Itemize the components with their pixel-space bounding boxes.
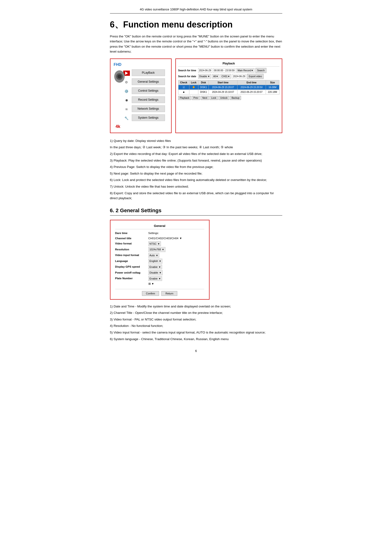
general-buttons: Confirm Return xyxy=(115,289,204,296)
record-settings-btn[interactable]: Record Settings xyxy=(132,97,165,103)
cell-start: 2024-04-29 15:10:07 xyxy=(209,90,237,94)
cell-size: 16.08M xyxy=(266,85,279,90)
cell-check: ☑ xyxy=(178,85,189,90)
cell-end: 2022-06-29 15:20:07 xyxy=(237,90,266,94)
search-date-row: Search for date Disable ▼ All▼ CH01▼ 202… xyxy=(178,74,280,79)
gen-label-videoformat: Video format xyxy=(115,242,148,246)
record-type-dropdown[interactable]: Main Record▼ xyxy=(236,68,255,73)
date-value[interactable]: 2024-06-29 xyxy=(232,74,246,79)
item-1b: In the past three days; ② Last week; ③ I… xyxy=(110,145,282,150)
time-date-input[interactable]: 2024-06-29 xyxy=(198,68,212,73)
cell-end: 2024-06-29 15:20:50 xyxy=(237,85,266,90)
fhd-label: FHD xyxy=(114,62,122,68)
cell-check: ■ xyxy=(178,90,189,94)
chapter-heading: 6、Function menu description xyxy=(110,18,282,31)
playback-title: Playback xyxy=(178,61,280,67)
search-btn[interactable]: Search xyxy=(255,68,266,73)
unlock-button[interactable]: Unlock xyxy=(218,96,229,100)
menu-item-network[interactable]: ≋ Network Settings xyxy=(123,105,168,113)
col-end: End time xyxy=(237,80,266,85)
playback-btn[interactable]: PLayBack xyxy=(132,69,165,76)
gen-row-videoformat: Video format NTSC ▼ xyxy=(115,241,204,246)
item-1: 1) Query by date: Display stored video f… xyxy=(110,138,282,144)
gen-label-resolution: Resolution xyxy=(115,248,148,251)
gen-value-language[interactable]: English ▼ xyxy=(148,259,163,264)
gen-label-datetime: Dare time xyxy=(115,231,148,235)
svg-point-2 xyxy=(118,75,121,78)
s2-item-4: 4) Resolution - No functional function; xyxy=(110,323,282,329)
network-icon: ≋ xyxy=(123,107,130,112)
playback-button[interactable]: Playback xyxy=(178,96,191,100)
control-settings-btn[interactable]: Control Settings xyxy=(132,87,165,94)
col-lock: Lock xyxy=(189,80,198,85)
gen-label-poweroff: Power on/off voltag xyxy=(115,271,148,275)
system-settings-btn[interactable]: System Settings xyxy=(132,114,165,121)
col-size: Size xyxy=(266,80,279,85)
backup-button[interactable]: Backup xyxy=(230,96,241,100)
item-4: 4) Previous Page: Switch to display the … xyxy=(110,164,282,170)
gen-value-gpsspeed[interactable]: Enabie ▼ xyxy=(148,264,162,270)
col-disk: Disk xyxy=(198,80,209,85)
network-settings-btn[interactable]: Network Settings xyxy=(132,105,165,112)
menu-item-general[interactable]: ⚙ General Settings xyxy=(123,78,168,86)
section2-heading: 6. 2 General Settings xyxy=(110,207,282,215)
gen-value-channel[interactable]: CH01/CH02/CH03/CH04 ▼ xyxy=(148,236,182,240)
export-video-btn[interactable]: Export video xyxy=(247,74,264,79)
gen-label-inputformat: Video input format xyxy=(115,253,148,257)
gen-row-resolution: Resolution 1024x768 ▼ xyxy=(115,247,204,252)
general-title: General xyxy=(115,224,204,229)
gen-value-extra[interactable]: ⊞ ▼ xyxy=(148,282,154,286)
chevron-down-icon: ▼ xyxy=(159,277,161,280)
chevron-down-icon: ▼ xyxy=(157,242,160,246)
gen-label-channel: Channel title xyxy=(115,236,148,240)
disable-dropdown[interactable]: Disable ▼ xyxy=(198,74,211,79)
ch-dropdown[interactable]: CH01▼ xyxy=(220,74,231,79)
four-k-label: 4k xyxy=(116,123,168,130)
menu-item-system[interactable]: 🔧 System Settings xyxy=(123,114,168,122)
gen-value-videoformat[interactable]: NTSC ▼ xyxy=(148,241,161,246)
chevron-down-icon: ▼ xyxy=(159,265,161,269)
chevron-down-icon: ▼ xyxy=(159,259,161,263)
gen-value-resolution[interactable]: 1024x768 ▼ xyxy=(148,247,165,252)
gen-value-inputformat[interactable]: Auto ▼ xyxy=(148,253,160,258)
page-header: 4G video surveillance 1080P high-definit… xyxy=(110,7,282,14)
menu-item-record[interactable]: ⏺ Record Settings xyxy=(123,97,168,104)
cell-start: 2024-06-29 15:20:07 xyxy=(209,85,237,90)
orange-dot-icon xyxy=(193,86,195,88)
next-button[interactable]: Next xyxy=(201,96,209,100)
item-2: 2) Export the video recording of that da… xyxy=(110,151,282,157)
table-row[interactable]: ☑ DISK1 2024-06-29 15:20:07 2024-06-29 1… xyxy=(178,85,279,90)
search-date-label: Search for date xyxy=(178,75,197,78)
camera-silhouette xyxy=(113,67,126,84)
chevron-down-icon: ▼ xyxy=(156,254,158,257)
gen-row-datetime: Dare time Settings: xyxy=(115,231,204,235)
cell-lock xyxy=(189,90,198,94)
time-range-input[interactable]: 00:00:00 - 23:59:59 xyxy=(213,68,236,73)
playback-diagram: Playback Search for time 2024-06-29 00:0… xyxy=(175,58,282,133)
s2-item-3: 3) Video format - PAL or NTSC video outp… xyxy=(110,317,282,322)
playback-buttons: Playback Prev Next Lock Unlock Backup xyxy=(178,96,280,100)
gen-row-inputformat: Video input format Auto ▼ xyxy=(115,253,204,258)
all-dropdown[interactable]: All▼ xyxy=(212,74,219,79)
gen-value-platenumber[interactable]: Enabie ▼ xyxy=(148,276,162,281)
search-time-row: Search for time 2024-06-29 00:00:00 - 23… xyxy=(178,68,280,73)
gen-value-poweroff[interactable]: Disable ▼ xyxy=(148,270,163,275)
search-time-label: Search for time xyxy=(178,69,197,72)
gear-icon-control: ⚙️ xyxy=(123,89,130,94)
lock-button[interactable]: Lock xyxy=(210,96,218,100)
menu-item-control[interactable]: ⚙️ Control Settings xyxy=(123,87,168,95)
cell-size: 220.18M xyxy=(266,90,279,94)
col-start: Start time xyxy=(209,80,237,85)
table-row[interactable]: ■ DISK1 2024-04-29 15:10:07 2022-06-29 1… xyxy=(178,90,279,94)
page-footer: 6 xyxy=(110,349,282,353)
confirm-button[interactable]: Confirm xyxy=(142,291,159,296)
gen-value-datetime: Settings: xyxy=(148,231,159,235)
return-button[interactable]: Return xyxy=(161,291,177,296)
chevron-down-icon: ▼ xyxy=(179,236,182,240)
cell-disk: DISK1 xyxy=(198,85,209,90)
chapter-intro: Press the "OK" button on the remote cont… xyxy=(110,34,282,54)
prev-button[interactable]: Prev xyxy=(192,96,200,100)
general-settings-btn[interactable]: General Settings xyxy=(132,78,165,85)
numbered-items-section1: 1) Query by date: Display stored video f… xyxy=(110,138,282,201)
menu-item-playback[interactable]: PLayBack xyxy=(123,69,168,77)
